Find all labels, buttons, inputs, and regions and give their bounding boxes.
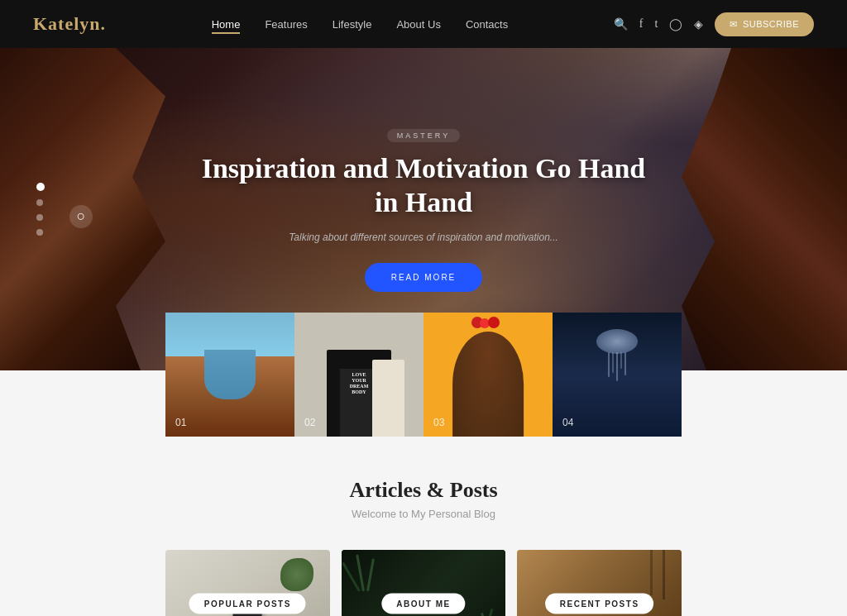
facebook-icon[interactable]: f [639,17,644,31]
twitter-icon[interactable]: t [655,17,658,31]
navbar: Katelyn. Home Features Lifestyle About U… [0,0,847,48]
read-more-button[interactable]: READ MORE [365,263,483,292]
nav-about[interactable]: About Us [396,18,440,31]
nav-features[interactable]: Features [265,18,307,31]
hero-title: Inspiration and Motivation Go Hand in Ha… [192,152,655,220]
slider-arrow-up[interactable]: ○ [69,205,93,228]
site-logo[interactable]: Katelyn. [33,13,106,35]
popular-posts-card[interactable]: POPULAR POSTS [165,550,330,616]
slider-controls: ○ [36,183,45,236]
hero-tag: MASTERY [387,129,460,142]
nav-contacts[interactable]: Contacts [466,18,508,31]
post-grid: POPULAR POSTS ABOUT ME [165,550,682,616]
gallery-item-3[interactable]: 03 [424,313,553,437]
subscribe-button[interactable]: ✉ SUBSCRIBE [715,12,814,36]
gallery-item-1[interactable]: 01 [165,313,294,437]
instagram-icon[interactable]: ◯ [669,17,682,31]
hero-content: MASTERY Inspiration and Motivation Go Ha… [192,127,655,292]
recent-posts-label: RECENT POSTS [545,594,654,614]
gallery-item-2[interactable]: LOVEYOURDREAMBODY 02 [294,313,424,437]
slider-dot-3[interactable] [36,214,43,221]
gallery-num-2: 02 [304,417,315,428]
popular-posts-label: POPULAR POSTS [189,594,306,614]
gallery-strip: 01 LOVEYOURDREAMBODY 02 03 04 [0,313,847,437]
slider-dot-4[interactable] [36,229,43,236]
search-icon[interactable]: 🔍 [614,17,628,31]
about-me-label: ABOUT ME [381,594,465,614]
nav-right: 🔍 f t ◯ ◈ ✉ SUBSCRIBE [614,12,814,36]
about-me-card[interactable]: ABOUT ME [342,550,506,616]
plant-decoration [280,558,313,591]
section-subtitle: Welcome to My Personal Blog [165,508,682,520]
other-social-icon[interactable]: ◈ [694,17,703,31]
gallery-num-3: 03 [433,417,444,428]
nav-home[interactable]: Home [212,18,241,34]
gallery-num-4: 04 [562,417,573,428]
slider-dot-1[interactable] [36,183,45,191]
gallery-item-4[interactable]: 04 [553,313,682,437]
nav-lifestyle[interactable]: Lifestyle [333,18,372,31]
subscribe-icon: ✉ [730,19,738,30]
slider-dot-2[interactable] [36,199,43,206]
hero-subtitle: Talking about different sources of inspi… [192,232,655,243]
recent-posts-card[interactable]: RECENT POSTS [517,550,682,616]
nav-links: Home Features Lifestyle About Us Contact… [212,17,509,31]
section-title: Articles & Posts [165,478,682,503]
gallery-num-1: 01 [175,417,186,428]
articles-section: Articles & Posts Welcome to My Personal … [0,437,847,616]
